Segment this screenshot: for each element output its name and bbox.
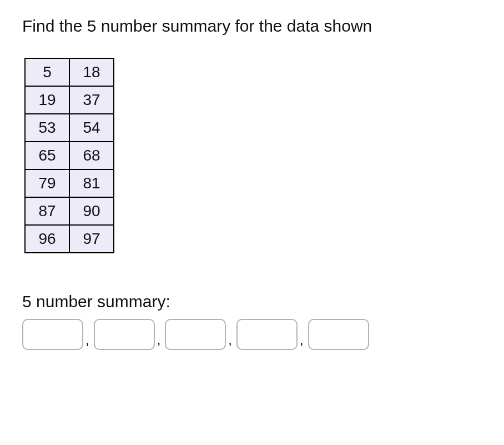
table-row: 87 90: [25, 197, 114, 225]
table-row: 19 37: [25, 86, 114, 114]
answer-label: 5 number summary:: [22, 292, 482, 311]
table-cell: 5: [25, 58, 69, 86]
table-cell: 37: [69, 86, 114, 114]
table-cell: 81: [69, 169, 114, 197]
table-row: 5 18: [25, 58, 114, 86]
table-row: 79 81: [25, 169, 114, 197]
table-cell: 90: [69, 197, 114, 225]
table-cell: 68: [69, 142, 114, 169]
question-text: Find the 5 number summary for the data s…: [22, 17, 482, 36]
separator: ,: [157, 332, 161, 348]
q1-input[interactable]: [94, 319, 155, 350]
table-cell: 54: [69, 114, 114, 142]
table-cell: 53: [25, 114, 69, 142]
separator: ,: [300, 332, 304, 348]
data-table: 5 18 19 37 53 54 65 68 79 81 87 90 96 97: [24, 58, 114, 253]
table-cell: 18: [69, 58, 114, 86]
table-cell: 79: [25, 169, 69, 197]
table-cell: 87: [25, 197, 69, 225]
q3-input[interactable]: [236, 319, 298, 350]
table-cell: 97: [69, 225, 114, 253]
table-cell: 65: [25, 142, 69, 169]
table-cell: 96: [25, 225, 69, 253]
min-input[interactable]: [22, 319, 83, 350]
separator: ,: [228, 332, 232, 348]
table-row: 96 97: [25, 225, 114, 253]
table-row: 53 54: [25, 114, 114, 142]
max-input[interactable]: [308, 319, 369, 350]
separator: ,: [85, 332, 89, 348]
table-row: 65 68: [25, 142, 114, 169]
table-cell: 19: [25, 86, 69, 114]
answer-row: , , , ,: [22, 319, 482, 350]
median-input[interactable]: [165, 319, 226, 350]
